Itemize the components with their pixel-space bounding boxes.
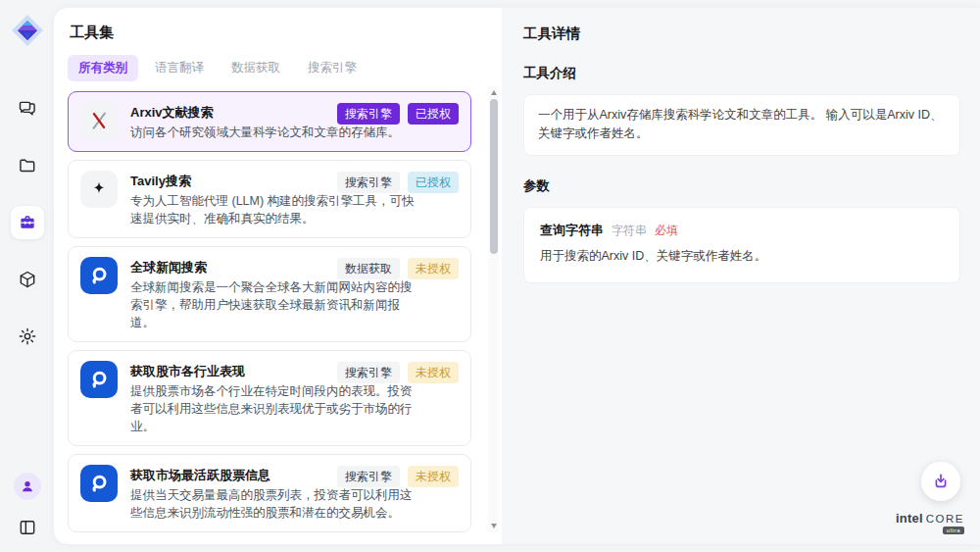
sidebar-item-models[interactable]	[11, 263, 44, 296]
tool-description: 全球新闻搜索是一个聚合全球各大新闻网站内容的搜索引擎，帮助用户快速获取全球最新资…	[130, 278, 420, 331]
tool-card[interactable]: 获取股市各行业表现 提供股票市场各个行业在特定时间段内的表现。投资者可以利用这些…	[68, 350, 471, 446]
tool-description: 专为人工智能代理 (LLM) 构建的搜索引擎工具，可快速提供实时、准确和真实的结…	[130, 192, 420, 227]
parameter-description: 用于搜索的Arxiv ID、关键字或作者姓名。	[540, 248, 944, 265]
tavily-star-icon	[80, 171, 118, 208]
app-window: 工具集 所有类别语言翻译数据获取搜索引擎 Arxiv文献搜索 访问各个研究领域大…	[0, 0, 980, 552]
tool-card-list: Arxiv文献搜索 访问各个研究领域大量科学论文和文章的存储库。 搜索引擎 已授…	[68, 91, 471, 533]
tool-auth-badge: 未授权	[408, 258, 459, 279]
sidebar-rail	[0, 0, 54, 552]
page-title: 工具集	[70, 24, 500, 42]
sidebar-item-panel-toggle[interactable]	[11, 513, 44, 542]
category-tabs: 所有类别语言翻译数据获取搜索引擎	[68, 55, 502, 81]
tool-description: 提供股票市场各个行业在特定时间段内的表现。投资者可以利用这些信息来识别表现优于或…	[130, 382, 420, 435]
q-logo-icon	[80, 257, 118, 294]
tool-description: 访问各个研究领域大量科学论文和文章的存储库。	[130, 124, 420, 141]
panel-layout-icon	[18, 518, 37, 537]
download-icon	[931, 472, 951, 491]
tab-all-categories[interactable]: 所有类别	[68, 55, 138, 81]
tool-auth-badge: 已授权	[408, 103, 459, 125]
sidebar-item-chat[interactable]	[11, 92, 44, 125]
tool-card[interactable]: 获取市场最活跃股票信息 提供当天交易量最高的股票列表，投资者可以利用这些信息来识…	[68, 454, 471, 532]
gem-logo-icon[interactable]	[10, 13, 45, 48]
tool-category-badge: 搜索引擎	[337, 466, 400, 487]
scrollbar-thumb[interactable]	[490, 99, 498, 254]
tool-category-badge: 搜索引擎	[337, 172, 400, 193]
tool-auth-badge: 未授权	[408, 362, 459, 383]
user-avatar-icon	[20, 478, 35, 494]
tool-auth-badge: 未授权	[408, 466, 459, 487]
tab-search-engine[interactable]: 搜索引擎	[297, 55, 368, 81]
toolbox-icon	[18, 213, 37, 232]
tool-detail-pane: 工具详情 工具介绍 一个用于从Arxiv存储库搜索科学论文和文章的工具。 输入可…	[502, 8, 980, 544]
tool-category-badge: 数据获取	[337, 258, 400, 279]
intro-heading: 工具介绍	[523, 65, 960, 82]
intel-wordmark: intel	[896, 511, 923, 526]
main-surface: 工具集 所有类别语言翻译数据获取搜索引擎 Arxiv文献搜索 访问各个研究领域大…	[54, 8, 980, 544]
gear-icon	[18, 326, 37, 346]
parameter-required-flag: 必填	[655, 223, 678, 239]
tool-intro-text: 一个用于从Arxiv存储库搜索科学论文和文章的工具。 输入可以是Arxiv ID…	[523, 94, 960, 156]
parameter-card: 查询字符串 字符串 必填 用于搜索的Arxiv ID、关键字或作者姓名。	[523, 207, 960, 283]
tool-list-pane: 工具集 所有类别语言翻译数据获取搜索引擎 Arxiv文献搜索 访问各个研究领域大…	[54, 8, 502, 544]
tool-category-badge: 搜索引擎	[337, 103, 400, 125]
download-button[interactable]	[921, 462, 960, 501]
parameter-header: 查询字符串 字符串 必填	[540, 222, 944, 239]
ultra-badge: ultra	[943, 527, 964, 534]
params-heading: 参数	[523, 177, 960, 195]
tool-card[interactable]: Tavily搜索 专为人工智能代理 (LLM) 构建的搜索引擎工具，可快速提供实…	[68, 160, 471, 238]
sidebar-item-tools[interactable]	[11, 206, 44, 239]
tab-data-acquisition[interactable]: 数据获取	[220, 55, 291, 81]
core-wordmark: CORE	[926, 513, 964, 525]
tool-card[interactable]: Arxiv文献搜索 访问各个研究领域大量科学论文和文章的存储库。 搜索引擎 已授…	[68, 91, 471, 152]
tool-description: 提供当天交易量最高的股票列表，投资者可以利用这些信息来识别流动性强的股票和潜在的…	[130, 486, 420, 522]
arxiv-logo-icon	[80, 102, 118, 139]
parameter-type: 字符串	[612, 223, 647, 239]
sidebar-item-settings[interactable]	[11, 320, 44, 353]
sidebar-bottom	[0, 472, 54, 542]
scrollbar-up-arrow-icon[interactable]	[491, 90, 497, 95]
tool-auth-badge: 已授权	[408, 172, 459, 193]
tool-card[interactable]: 全球新闻搜索 全球新闻搜索是一个聚合全球各大新闻网站内容的搜索引擎，帮助用户快速…	[68, 246, 471, 342]
sidebar-item-files[interactable]	[11, 149, 44, 182]
chat-icon	[18, 99, 37, 119]
folder-icon	[18, 156, 37, 176]
cube-icon	[18, 270, 37, 289]
intel-core-logo: intel CORE ultra	[896, 511, 964, 534]
q-logo-icon	[80, 465, 118, 502]
scrollbar-down-arrow-icon[interactable]	[491, 524, 497, 528]
sidebar-item-account[interactable]	[11, 472, 44, 501]
sidebar-nav	[0, 92, 54, 353]
scrollbar[interactable]	[488, 86, 499, 532]
parameter-name: 查询字符串	[540, 222, 604, 239]
q-logo-icon	[80, 361, 118, 398]
tab-language-translation[interactable]: 语言翻译	[144, 55, 215, 81]
tool-category-badge: 搜索引擎	[337, 362, 400, 383]
detail-title: 工具详情	[523, 25, 960, 43]
